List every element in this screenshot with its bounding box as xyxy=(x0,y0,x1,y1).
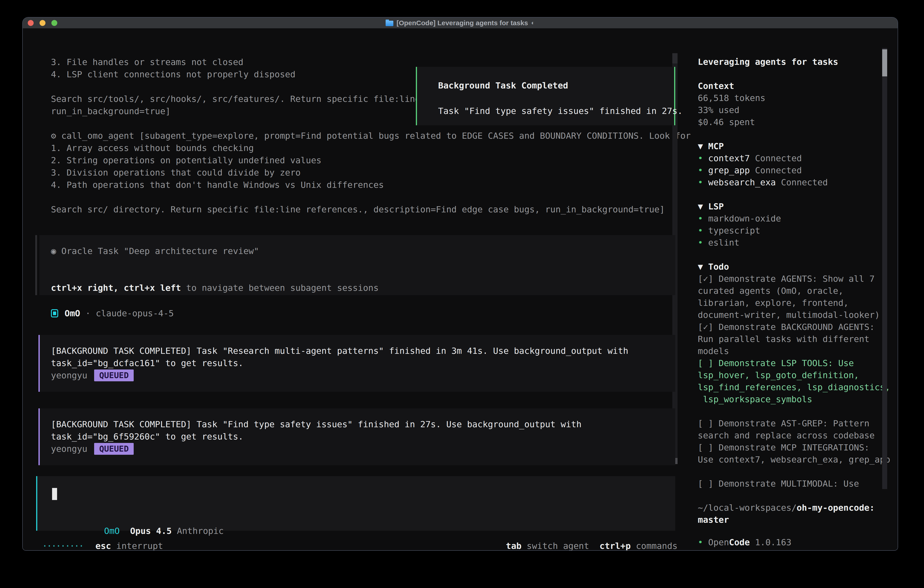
terminal-line: Use context7, websearch_exa, grep_app xyxy=(698,454,890,466)
sidebar-footer: • OpenCode 1.0.163 xyxy=(698,537,792,548)
task-card-text: [BACKGROUND TASK COMPLETED] Task "Find t… xyxy=(51,418,582,443)
titlebar: [OpenCode] Leveraging agents for tasks ◐ xyxy=(23,18,898,28)
sidebar-scrollbar-thumb[interactable] xyxy=(882,50,887,76)
terminal-line: lsp_hover, lsp_goto_definition, xyxy=(698,369,890,381)
terminal-line: • OpenCode 1.0.163 xyxy=(698,537,792,548)
terminal-line xyxy=(698,249,890,261)
terminal-line: task_id="bg_dcfac161" to get results. xyxy=(51,357,628,369)
agent-name: OmO xyxy=(64,308,80,318)
notification-body: Task "Find type safety issues" finished … xyxy=(438,105,683,117)
prompt-input[interactable]: OmO Opus 4.5 Anthropic xyxy=(36,476,675,531)
terminal-line: [ ] Demonstrate AST-GREP: Pattern xyxy=(698,418,890,429)
prompt-provider: Anthropic xyxy=(177,526,224,536)
esc-key-hint: esc xyxy=(96,541,111,551)
terminal-line: $0.46 spent xyxy=(698,116,890,128)
terminal-line: • websearch_exa Connected xyxy=(698,177,890,188)
agent-model: claude-opus-4-5 xyxy=(96,308,174,318)
terminal-line: 1. Array access without bounds checking xyxy=(51,142,691,154)
terminal-line xyxy=(698,128,890,140)
terminal-line xyxy=(51,191,691,203)
terminal-line xyxy=(51,269,379,282)
tab-key-hint: tab xyxy=(506,541,521,551)
window-title-text: [OpenCode] Leveraging agents for tasks xyxy=(396,19,528,27)
terminal-line: Context xyxy=(698,80,890,92)
terminal-line: [✓] Demonstrate BACKGROUND AGENTS: xyxy=(698,321,890,333)
prompt-agent: OmO xyxy=(104,526,120,536)
task-meta-row: yeongyu QUEUED xyxy=(51,369,134,382)
window-title: [OpenCode] Leveraging agents for tasks ◐ xyxy=(386,19,535,27)
window-controls xyxy=(28,20,57,26)
terminal-line: • eslint xyxy=(698,237,890,249)
status-badge: QUEUED xyxy=(94,370,134,381)
task-user: yeongyu xyxy=(51,444,87,454)
terminal-line: ◉ Oracle Task "Deep architecture review" xyxy=(51,245,379,257)
status-left: ········· esc interrupt xyxy=(42,540,163,551)
status-right: tab switch agent ctrl+p commands xyxy=(506,540,678,551)
close-button[interactable] xyxy=(28,20,34,26)
terminal-line: task_id="bg_6f59260c" to get results. xyxy=(51,430,582,443)
terminal-line: • grep_app Connected xyxy=(698,164,890,177)
terminal-line: 33% used xyxy=(698,104,890,116)
task-meta-row: yeongyu QUEUED xyxy=(51,443,134,455)
terminal-line: 3. File handles or streams not closed xyxy=(51,56,691,68)
terminal-line: 3. Division operations that could divide… xyxy=(51,167,691,179)
ctrlp-key-hint: ctrl+p xyxy=(589,541,631,551)
prompt-model: Opus 4.5 xyxy=(120,526,177,536)
terminal-line: ▼ MCP xyxy=(698,140,890,152)
activity-indicator-icon: ◐ xyxy=(531,19,535,26)
minimize-button[interactable] xyxy=(40,20,46,26)
notification-title: Background Task Completed xyxy=(438,79,568,92)
terminal-line: lsp_find_references, lsp_diagnostics, xyxy=(698,381,890,393)
terminal-line: document-writer, multimodal-looker) xyxy=(698,309,890,321)
terminal-line: lsp_workspace_symbols xyxy=(698,393,890,405)
sidebar-scrollbar[interactable] xyxy=(882,48,887,489)
folder-icon xyxy=(386,21,393,26)
terminal-line: ~/local-workspaces/oh-my-opencode: xyxy=(698,502,890,514)
sidebar: Leveraging agents for tasksContext66,518… xyxy=(698,56,890,526)
terminal-line: • typescript xyxy=(698,225,890,237)
terminal-line: Search src/ directory. Return specific f… xyxy=(51,203,691,216)
terminal-line: [ ] Demonstrate MULTIMODAL: Use xyxy=(698,478,890,490)
spinner-dots-icon: ········· xyxy=(42,541,83,551)
terminal-line: 2. String operations on potentially unde… xyxy=(51,154,691,167)
terminal-line: 4. Path operations that don't handle Win… xyxy=(51,179,691,191)
task-card-text: [BACKGROUND TASK COMPLETED] Task "Resear… xyxy=(51,345,628,369)
terminal-line: ▼ Todo xyxy=(698,261,890,273)
prompt-model-row: OmO Opus 4.5 Anthropic xyxy=(52,512,224,525)
terminal-line: [BACKGROUND TASK COMPLETED] Task "Resear… xyxy=(51,345,628,357)
terminal-line: ⚙ call_omo_agent [subagent_type=explore,… xyxy=(51,130,691,142)
oracle-task-card: ◉ Oracle Task "Deep architecture review"… xyxy=(40,235,675,295)
desktop: [OpenCode] Leveraging agents for tasks ◐… xyxy=(0,0,924,588)
task-user: yeongyu xyxy=(51,370,87,380)
tab-key-label: switch agent xyxy=(521,541,589,551)
terminal-line: ▼ LSP xyxy=(698,201,890,213)
terminal-line: 66,518 tokens xyxy=(698,92,890,104)
terminal-line: search and replace across codebase xyxy=(698,429,890,441)
oracle-card-accent xyxy=(35,235,37,295)
ctrlp-key-label: commands xyxy=(631,541,678,551)
oracle-card-lines: ◉ Oracle Task "Deep architecture review"… xyxy=(51,245,379,294)
main-scrollbar-top-block xyxy=(672,53,678,63)
status-bar: ········· esc interrupt tab switch agent… xyxy=(23,540,678,551)
terminal-line: • markdown-oxide xyxy=(698,213,890,225)
terminal-line: curated agents (OmO, oracle, xyxy=(698,285,890,297)
terminal-line: [ ] Demonstrate MCP INTEGRATIONS: xyxy=(698,441,890,454)
zoom-button[interactable] xyxy=(51,20,57,26)
terminal-line: • context7 Connected xyxy=(698,152,890,164)
text-cursor xyxy=(52,488,57,500)
terminal-line: models xyxy=(698,345,890,357)
terminal-window: [OpenCode] Leveraging agents for tasks ◐… xyxy=(22,17,898,551)
background-task-card-2: [BACKGROUND TASK COMPLETED] Task "Find t… xyxy=(38,408,675,465)
terminal-line: master xyxy=(698,514,890,526)
background-task-card-1: [BACKGROUND TASK COMPLETED] Task "Resear… xyxy=(38,335,675,392)
terminal-line: [ ] Demonstrate LSP TOOLS: Use xyxy=(698,357,890,369)
terminal-line: [BACKGROUND TASK COMPLETED] Task "Find t… xyxy=(51,418,582,430)
terminal-line: Leveraging agents for tasks xyxy=(698,56,890,68)
agent-checkbox-icon xyxy=(51,309,58,317)
terminal-line xyxy=(698,188,890,201)
esc-key-label: interrupt xyxy=(111,541,163,551)
terminal-line xyxy=(698,490,890,502)
terminal-line: [✓] Demonstrate AGENTS: Show all 7 xyxy=(698,273,890,285)
terminal-line xyxy=(698,405,890,418)
terminal-line xyxy=(698,466,890,478)
